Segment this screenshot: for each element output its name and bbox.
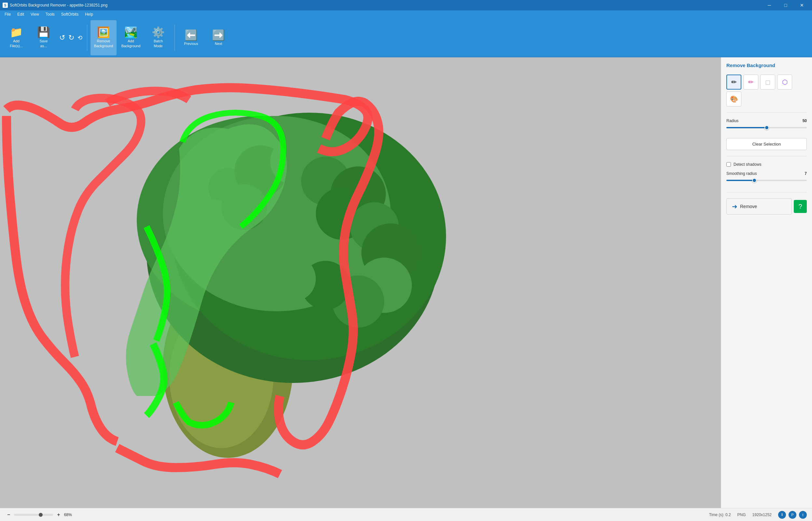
detect-shadows-label[interactable]: Detect shadows bbox=[734, 162, 761, 167]
social-buttons: ℹ P t bbox=[778, 511, 807, 519]
help-icon: ? bbox=[798, 203, 802, 210]
smoothing-label: Smoothing radius bbox=[726, 171, 757, 176]
radius-slider-thumb[interactable] bbox=[764, 126, 769, 130]
title-bar: S SoftOrbits Background Remover - appeti… bbox=[0, 0, 812, 10]
zoom-out-button[interactable]: − bbox=[5, 511, 12, 518]
remove-bg-icon: 🖼️ bbox=[97, 27, 110, 38]
window-controls: ─ □ ✕ bbox=[762, 0, 809, 10]
smoothing-section: Smoothing radius 7 bbox=[726, 171, 807, 186]
reset-button[interactable]: ⟲ bbox=[76, 33, 84, 43]
color-picker-icon: 🎨 bbox=[730, 95, 738, 103]
next-label: Next bbox=[215, 42, 223, 46]
radius-value: 50 bbox=[803, 118, 807, 123]
previous-button[interactable]: ⬅️ Previous bbox=[178, 20, 204, 55]
maximize-button[interactable]: □ bbox=[778, 0, 793, 10]
divider-2 bbox=[726, 156, 807, 156]
smoothing-slider-fill bbox=[726, 180, 755, 181]
next-icon: ➡️ bbox=[212, 30, 225, 40]
save-as-label: Saveas... bbox=[39, 39, 48, 48]
menu-view[interactable]: View bbox=[27, 12, 42, 17]
canvas-area[interactable] bbox=[0, 57, 721, 508]
menu-softorbits[interactable]: SoftOrbits bbox=[58, 12, 82, 17]
add-files-button[interactable]: 📁 AddFile(s)... bbox=[3, 20, 29, 55]
magic-wand-tool[interactable]: ⬡ bbox=[777, 74, 792, 90]
magic-wand-icon: ⬡ bbox=[782, 78, 788, 86]
menu-bar: File Edit View Tools SoftOrbits Help bbox=[0, 10, 812, 18]
background-brush-tool[interactable]: ✏ bbox=[743, 74, 758, 90]
batch-icon: ⚙️ bbox=[152, 27, 165, 38]
main-layout: Remove Background ✏ ✏ ◻ ⬡ 🎨 Radius bbox=[0, 57, 812, 508]
toolbar-separator-2 bbox=[175, 25, 175, 51]
zoom-percent: 68% bbox=[64, 513, 77, 517]
smoothing-slider-container bbox=[726, 177, 807, 184]
close-button[interactable]: ✕ bbox=[794, 0, 809, 10]
window-title: SoftOrbits Background Remover - appetite… bbox=[10, 3, 108, 7]
remove-btn-row: ➜ Remove ? bbox=[726, 198, 807, 214]
add-bg-label: AddBackground bbox=[121, 39, 141, 48]
right-panel: Remove Background ✏ ✏ ◻ ⬡ 🎨 Radius bbox=[721, 57, 812, 508]
undo-button[interactable]: ↺ bbox=[58, 32, 66, 43]
divider-1 bbox=[726, 112, 807, 113]
previous-icon: ⬅️ bbox=[185, 30, 198, 40]
format-label: PNG bbox=[738, 513, 746, 517]
menu-file[interactable]: File bbox=[1, 12, 14, 17]
add-files-icon: 📁 bbox=[10, 27, 23, 38]
remove-label: Remove bbox=[740, 204, 757, 209]
previous-label: Previous bbox=[184, 42, 198, 46]
add-background-button[interactable]: 🏞️ AddBackground bbox=[118, 20, 144, 55]
remove-bg-label: RemoveBackground bbox=[94, 39, 113, 48]
tool-buttons: ✏ ✏ ◻ ⬡ 🎨 bbox=[726, 74, 807, 107]
status-bar: − + 68% Time (s): 0.2 PNG 1920x1252 ℹ P … bbox=[0, 508, 812, 521]
panel-title: Remove Background bbox=[726, 63, 807, 68]
zoom-in-button[interactable]: + bbox=[55, 511, 62, 518]
menu-help[interactable]: Help bbox=[82, 12, 96, 17]
clear-selection-button[interactable]: Clear Selection bbox=[726, 138, 807, 150]
dimensions-label: 1920x1252 bbox=[752, 513, 772, 517]
redo-button[interactable]: ↻ bbox=[67, 32, 75, 43]
batch-mode-button[interactable]: ⚙️ BatchMode bbox=[145, 20, 171, 55]
detect-shadows-row: Detect shadows bbox=[726, 162, 807, 167]
remove-arrow-icon: ➜ bbox=[732, 203, 738, 210]
eraser-tool[interactable]: ◻ bbox=[760, 74, 775, 90]
image-background bbox=[0, 57, 721, 508]
color-picker-tool[interactable]: 🎨 bbox=[726, 91, 741, 107]
smoothing-row: Smoothing radius 7 bbox=[726, 171, 807, 176]
background-brush-icon: ✏ bbox=[748, 78, 754, 86]
add-bg-icon: 🏞️ bbox=[124, 27, 137, 38]
foreground-brush-icon: ✏ bbox=[731, 78, 737, 86]
minimize-button[interactable]: ─ bbox=[762, 0, 777, 10]
smoothing-slider-thumb[interactable] bbox=[752, 178, 757, 183]
zoom-track[interactable] bbox=[14, 514, 53, 516]
remove-background-button[interactable]: 🖼️ RemoveBackground bbox=[91, 20, 117, 55]
eraser-icon: ◻ bbox=[765, 78, 771, 86]
remove-button[interactable]: ➜ Remove bbox=[726, 198, 792, 214]
next-button[interactable]: ➡️ Next bbox=[205, 20, 231, 55]
toolbar: 📁 AddFile(s)... 💾 Saveas... ↺ ↻ ⟲ 🖼️ Rem… bbox=[0, 18, 812, 57]
help-button[interactable]: ? bbox=[794, 200, 807, 213]
time-label: Time (s): 0.2 bbox=[709, 513, 731, 517]
save-as-button[interactable]: 💾 Saveas... bbox=[30, 20, 57, 55]
radius-label: Radius bbox=[726, 118, 738, 123]
detect-shadows-checkbox[interactable] bbox=[726, 162, 731, 167]
info-button[interactable]: ℹ bbox=[778, 511, 786, 519]
status-right: Time (s): 0.2 PNG 1920x1252 ℹ P t bbox=[709, 511, 807, 519]
smoothing-value: 7 bbox=[805, 171, 807, 176]
radius-slider-fill bbox=[726, 127, 767, 128]
smoothing-slider-track bbox=[726, 180, 807, 181]
zoom-controls: − + 68% bbox=[5, 511, 77, 518]
twitter-button[interactable]: t bbox=[799, 511, 807, 519]
radius-slider-container bbox=[726, 124, 807, 131]
status-left: − + 68% bbox=[5, 511, 77, 518]
save-as-icon: 💾 bbox=[37, 27, 50, 38]
batch-label: BatchMode bbox=[154, 39, 163, 48]
zoom-thumb[interactable] bbox=[39, 513, 43, 517]
radius-section: Radius 50 bbox=[726, 118, 807, 134]
pinterest-button[interactable]: P bbox=[789, 511, 796, 519]
undo-redo-group: ↺ ↻ ⟲ bbox=[58, 32, 84, 43]
toolbar-separator-1 bbox=[87, 25, 87, 51]
menu-edit[interactable]: Edit bbox=[14, 12, 27, 17]
foreground-brush-tool[interactable]: ✏ bbox=[726, 74, 741, 90]
menu-tools[interactable]: Tools bbox=[42, 12, 58, 17]
radius-row: Radius 50 bbox=[726, 118, 807, 123]
divider-3 bbox=[726, 192, 807, 192]
